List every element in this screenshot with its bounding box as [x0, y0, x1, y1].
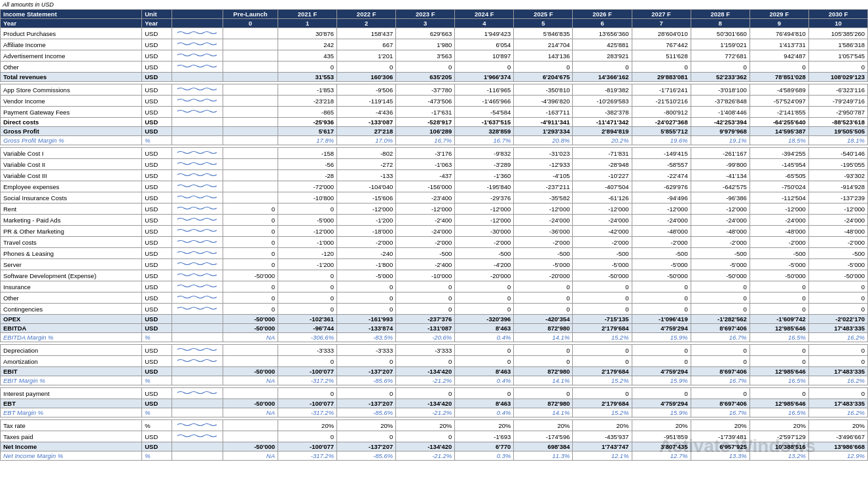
- cell-y3: -24'000: [396, 226, 455, 237]
- cell-y10: 16.2%: [808, 376, 867, 385]
- cell-y2: -83.5%: [337, 333, 396, 342]
- table-row: Travel costs USD 0 -1'000 -2'000 -2'000 …: [1, 237, 868, 248]
- top-note: All amounts in USD: [0, 0, 868, 9]
- cell-y2: 1'201: [337, 50, 396, 62]
- cell-y8: 6'957'925: [691, 442, 750, 452]
- cell-y2: 158'437: [337, 28, 396, 39]
- cell-y6: -382'378: [573, 107, 632, 118]
- cell-y4: 0: [455, 62, 514, 73]
- cell-y1: 0: [278, 388, 337, 399]
- cell-y6: -435'937: [573, 431, 632, 442]
- cell-pre: -50'000: [223, 442, 278, 452]
- cell-y4: -1'637'515: [455, 118, 514, 127]
- cell-y8: 1'159'021: [691, 39, 750, 50]
- cell-y9: 16.5%: [750, 333, 808, 342]
- cell-pre: [223, 107, 278, 118]
- cell-y5: -36'000: [514, 226, 573, 237]
- cell-y5: 698'384: [514, 442, 573, 452]
- cell-y2: -133: [337, 170, 396, 181]
- cell-y7: 29'883'081: [632, 73, 691, 82]
- cell-y10: -5'000: [808, 259, 867, 270]
- cell-y9: 20%: [750, 420, 808, 431]
- row-label: Interest payment: [1, 388, 142, 399]
- cell-y6: 2'894'819: [573, 127, 632, 136]
- cell-pre: 0: [223, 281, 278, 292]
- cell-y10: -24'000: [808, 215, 867, 226]
- row-label: Rent: [1, 204, 142, 215]
- cell-y1: -865: [278, 107, 337, 118]
- table-row: Net Income Margin % % NA -317.2% -85.6% …: [1, 452, 868, 461]
- cell-y5: -4'911'341: [514, 118, 573, 127]
- row-label: Employee expenses: [1, 181, 142, 192]
- header-sparkline: [172, 10, 223, 19]
- sparkline-cell: [172, 259, 223, 270]
- cell-y10: 1'586'318: [808, 39, 867, 50]
- cell-y10: 0: [808, 62, 867, 73]
- sparkline-cell: [172, 248, 223, 259]
- cell-y4: 328'859: [455, 127, 514, 136]
- table-row: Depreciation USD -3'333 -3'333 -3'333 0 …: [1, 345, 868, 356]
- cell-y10: -500: [808, 248, 867, 259]
- cell-y2: -3'333: [337, 345, 396, 356]
- sparkline-cell: [172, 28, 223, 39]
- cell-y1: -28: [278, 170, 337, 181]
- cell-y5: 14.1%: [514, 408, 573, 417]
- cell-y7: 19.6%: [632, 136, 691, 145]
- cell-y3: 0: [396, 292, 455, 304]
- cell-y7: 5'855'712: [632, 127, 691, 136]
- header-2022: 2022 F: [337, 10, 396, 19]
- cell-y7: -24'027'368: [632, 118, 691, 127]
- cell-y5: -350'810: [514, 84, 573, 96]
- cell-y10: -914'928: [808, 181, 867, 192]
- table-row: Taxes paid USD 0 0 0 -1'693 -174'596 -43…: [1, 431, 868, 442]
- cell-y1: -306.6%: [278, 333, 337, 342]
- empty-spark: [172, 442, 223, 452]
- sparkline-cell: [172, 356, 223, 367]
- cell-y4: 0.4%: [455, 408, 514, 417]
- cell-y5: -24'000: [514, 215, 573, 226]
- cell-pre: [223, 62, 278, 73]
- row-label: EBT Margin %: [1, 408, 142, 417]
- cell-y10: -12'000: [808, 204, 867, 215]
- cell-y9: -1'609'742: [750, 315, 808, 324]
- table-row: Gross Profit USD 5'617 27'218 106'289 32…: [1, 127, 868, 136]
- table-row: Variable Cost II USD -56 -272 -1'063 -3'…: [1, 159, 868, 170]
- row-unit: USD: [142, 50, 172, 62]
- cell-y2: 0: [337, 281, 396, 292]
- row-unit: USD: [142, 248, 172, 259]
- cell-pre: -50'000: [223, 324, 278, 333]
- cell-y4: -29'376: [455, 192, 514, 204]
- cell-y2: 0: [337, 304, 396, 315]
- cell-y8: -1'282'562: [691, 315, 750, 324]
- row-unit: %: [142, 420, 172, 431]
- cell-y6: -61'126: [573, 192, 632, 204]
- cell-y1: -120: [278, 248, 337, 259]
- row-label: EBT: [1, 399, 142, 408]
- row-label: PR & Other Marketing: [1, 226, 142, 237]
- empty-spark: [172, 127, 223, 136]
- cell-y10: -137'239: [808, 192, 867, 204]
- cell-y8: 16.7%: [691, 333, 750, 342]
- year-5: 5: [514, 19, 573, 28]
- cell-y1: 0: [278, 204, 337, 215]
- cell-y5: 214'704: [514, 39, 573, 50]
- header-2024: 2024 F: [455, 10, 514, 19]
- cell-y1: -158: [278, 148, 337, 159]
- cell-y3: -21.2%: [396, 452, 455, 461]
- cell-pre: [223, 118, 278, 127]
- cell-y4: 6'054: [455, 39, 514, 50]
- sparkline-cell: [172, 304, 223, 315]
- cell-y7: -94'496: [632, 192, 691, 204]
- row-label: Tax rate: [1, 420, 142, 431]
- cell-pre: NA: [223, 333, 278, 342]
- cell-pre: -50'000: [223, 315, 278, 324]
- cell-y4: 20%: [455, 420, 514, 431]
- cell-y8: 16.7%: [691, 408, 750, 417]
- table-row: Other USD 0 0 0 0 0 0 0 0 0 0 0: [1, 292, 868, 304]
- cell-y6: -28'948: [573, 159, 632, 170]
- row-unit: USD: [142, 304, 172, 315]
- cell-y3: -17'631: [396, 107, 455, 118]
- table-row: Tax rate % 20% 20% 20% 20% 20% 20% 20% 2…: [1, 420, 868, 431]
- cell-y5: 14.1%: [514, 376, 573, 385]
- year-8: 8: [691, 19, 750, 28]
